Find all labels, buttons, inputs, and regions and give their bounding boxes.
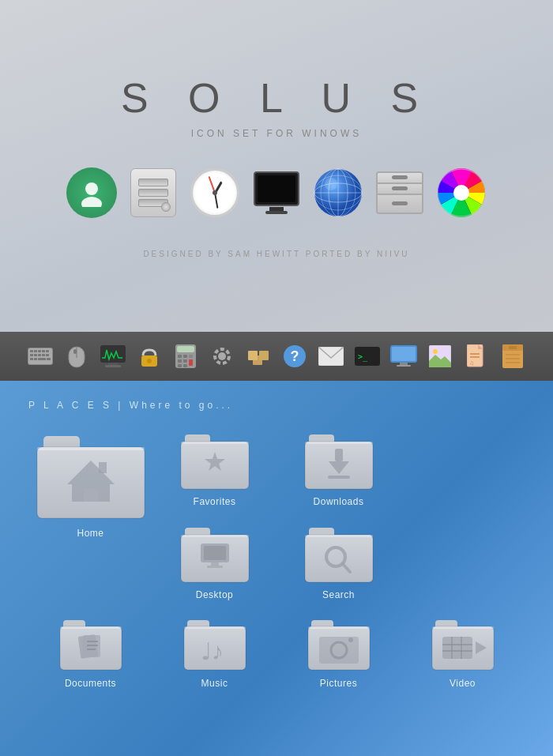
network-icon [313, 167, 363, 218]
svg-rect-44 [189, 359, 193, 366]
svg-rect-46 [183, 364, 187, 367]
screen-icon[interactable] [389, 342, 418, 370]
svg-rect-28 [47, 358, 51, 360]
svg-rect-39 [178, 355, 182, 358]
svg-rect-43 [183, 359, 187, 363]
search-folder-icon [304, 523, 374, 583]
top-section: S O L U S ICON SET FOR WINOWS [0, 0, 553, 332]
svg-rect-17 [38, 350, 41, 352]
desktop-folder-item[interactable]: Desktop [152, 523, 276, 600]
music-folder-item[interactable]: ♩♪ Music [152, 616, 276, 689]
svg-rect-32 [100, 345, 126, 363]
terminal-icon[interactable]: >_ [353, 342, 382, 370]
svg-rect-21 [34, 354, 37, 356]
credit-text: DESIGNED BY SAM HEWITT PORTED BY NIIVU [143, 250, 409, 258]
svg-point-9 [325, 178, 337, 190]
hdd-icon [128, 167, 179, 218]
svg-rect-103 [60, 626, 122, 629]
favorites-folder-item[interactable]: Favorites [152, 430, 276, 507]
clock-icon [190, 167, 240, 218]
svg-rect-86 [335, 449, 343, 461]
svg-rect-23 [42, 354, 45, 356]
music-label: Music [201, 678, 228, 689]
svg-rect-94 [211, 562, 219, 566]
svg-rect-18 [42, 350, 45, 352]
svg-rect-41 [189, 355, 193, 358]
pictures-folder-icon [307, 616, 371, 671]
svg-rect-25 [30, 358, 33, 360]
places-header: P L A C E S | Where to go... [28, 400, 525, 411]
svg-rect-121 [432, 626, 494, 629]
svg-rect-16 [34, 350, 37, 352]
search-label: Search [322, 589, 355, 600]
mouse-icon[interactable] [62, 342, 91, 370]
documents-label: Documents [65, 678, 116, 689]
help-icon[interactable]: ? [280, 342, 309, 370]
svg-point-0 [85, 182, 98, 195]
svg-rect-40 [183, 355, 187, 358]
color-wheel-icon [436, 167, 487, 218]
desktop-folder-icon [180, 523, 250, 583]
toolbar: ? >_ [0, 332, 553, 381]
search-folder-item[interactable]: Search [276, 523, 401, 600]
pictures-label: Pictures [320, 678, 357, 689]
documents-folder-icon [59, 616, 122, 671]
calculator-icon[interactable] [171, 342, 200, 370]
archive-icon[interactable] [498, 342, 527, 370]
activity-monitor-icon[interactable] [99, 342, 127, 370]
image-icon[interactable] [426, 342, 454, 370]
svg-rect-111 [184, 626, 246, 629]
packages-icon[interactable] [244, 342, 273, 370]
app-subtitle: ICON SET FOR WINOWS [191, 128, 362, 139]
svg-rect-122 [442, 637, 472, 659]
music-file-icon[interactable]: ♫ [462, 342, 491, 370]
svg-point-1 [81, 197, 102, 207]
svg-rect-77 [84, 489, 98, 502]
svg-rect-34 [105, 365, 121, 367]
svg-point-62 [433, 349, 438, 354]
keyboard-icon[interactable] [26, 342, 55, 370]
mail-icon[interactable] [317, 342, 345, 370]
home-folder-item[interactable]: Home [28, 430, 152, 539]
favorites-label: Favorites [194, 496, 236, 507]
svg-rect-50 [248, 351, 258, 360]
svg-rect-45 [178, 364, 182, 367]
svg-rect-42 [178, 359, 182, 363]
svg-rect-26 [34, 358, 37, 360]
svg-rect-22 [38, 354, 41, 356]
settings-icon[interactable] [208, 342, 236, 370]
svg-rect-19 [46, 350, 49, 352]
music-folder-icon: ♩♪ [183, 616, 246, 671]
svg-point-47 [218, 352, 226, 360]
preview-icons-row [66, 167, 487, 218]
lock-icon[interactable] [135, 342, 164, 370]
svg-rect-20 [30, 354, 33, 356]
svg-rect-75 [37, 447, 145, 450]
svg-rect-58 [392, 347, 416, 361]
home-label: Home [77, 528, 103, 539]
svg-rect-33 [108, 363, 118, 365]
svg-point-36 [147, 359, 152, 363]
documents-folder-item[interactable]: Documents [28, 616, 152, 689]
pictures-folder-item[interactable]: Pictures [276, 616, 401, 689]
downloads-label: Downloads [314, 496, 364, 507]
desktop-label: Desktop [196, 589, 234, 600]
downloads-folder-item[interactable]: Downloads [276, 430, 401, 507]
svg-text:?: ? [291, 348, 299, 364]
svg-text:>_: >_ [358, 352, 368, 362]
svg-rect-24 [46, 354, 49, 356]
svg-rect-31 [73, 349, 77, 354]
places-section: P L A C E S | Where to go... [0, 381, 553, 756]
svg-rect-69 [509, 346, 517, 349]
monitor-icon [251, 167, 302, 218]
svg-rect-38 [177, 346, 194, 352]
svg-rect-88 [328, 476, 350, 479]
svg-rect-85 [305, 442, 373, 444]
video-folder-item[interactable]: Video [401, 616, 525, 689]
app-title: S O L U S [121, 74, 432, 122]
svg-point-118 [348, 638, 353, 642]
file-cabinet-icon [374, 167, 425, 218]
favorites-folder-icon [180, 430, 250, 490]
svg-rect-98 [305, 535, 373, 537]
svg-rect-78 [99, 462, 107, 473]
